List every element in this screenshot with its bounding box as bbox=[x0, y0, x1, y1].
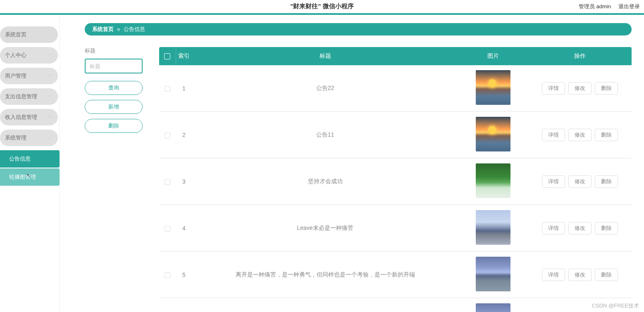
sidebar-item-label: 系统首页 bbox=[5, 31, 26, 38]
table-header-row: 索引 标题 图片 操作 bbox=[159, 47, 632, 65]
cell-title: 坚持才会成功 bbox=[192, 158, 458, 205]
detail-button[interactable]: 详情 bbox=[542, 129, 565, 141]
cell-image bbox=[458, 111, 528, 158]
cell-image bbox=[458, 205, 528, 251]
cell-title bbox=[192, 298, 458, 312]
cell-image bbox=[458, 158, 528, 205]
thumbnail-image[interactable] bbox=[476, 163, 510, 198]
sidebar-item-home[interactable]: 系统首页 bbox=[0, 26, 58, 43]
cell-index: 5 bbox=[176, 251, 192, 298]
row-delete-button[interactable]: 删除 bbox=[595, 269, 618, 281]
edit-button[interactable]: 修改 bbox=[568, 269, 592, 281]
main-layout: 系统首页 个人中心 ﹀ 用户管理 ﹀ 支出信息管理 ﹀ 收入信息管理 ﹀ 系统管… bbox=[0, 15, 644, 312]
table-row: 4Leave未必是一种痛苦详情修改删除 bbox=[159, 205, 632, 251]
edit-button[interactable]: 修改 bbox=[568, 129, 592, 141]
detail-button[interactable]: 详情 bbox=[542, 82, 565, 95]
thumbnail-image[interactable] bbox=[476, 303, 510, 312]
cell-index: 6 bbox=[176, 298, 192, 312]
logout-link[interactable]: 退出登录 bbox=[618, 3, 640, 10]
thumbnail-image[interactable] bbox=[476, 257, 510, 291]
sidebar-item-expense-mgmt[interactable]: 支出信息管理 ﹀ bbox=[0, 88, 58, 105]
table-row: 5离开是一种痛苦，是一种勇气，但同样也是一个考验，是一个新的开端详情修改删除 bbox=[159, 251, 632, 298]
chevron-up-icon: ︿ bbox=[48, 135, 52, 141]
col-image: 图片 bbox=[458, 47, 528, 65]
filter-label: 标题 bbox=[85, 47, 143, 54]
cell-index: 2 bbox=[176, 111, 192, 158]
cursor-icon: ↖ bbox=[26, 173, 31, 178]
add-button[interactable]: 新增 bbox=[85, 100, 143, 114]
table-row: 6详情修改删除 bbox=[159, 298, 632, 312]
row-checkbox[interactable] bbox=[165, 86, 170, 92]
col-checkbox bbox=[159, 47, 176, 65]
search-button[interactable]: 查询 bbox=[85, 81, 143, 95]
chevron-down-icon: ﹀ bbox=[48, 52, 52, 58]
select-all-checkbox[interactable] bbox=[164, 53, 170, 59]
sidebar-item-label: 支出信息管理 bbox=[5, 93, 37, 100]
app-header: "财来财往" 微信小程序 管理员 admin 退出登录 bbox=[0, 0, 644, 13]
cell-image bbox=[458, 251, 528, 298]
cell-ops: 详情修改删除 bbox=[528, 65, 632, 111]
row-delete-button[interactable]: 删除 bbox=[595, 82, 618, 95]
header-right: 管理员 admin 退出登录 bbox=[579, 0, 640, 13]
sidebar-sub-announcement[interactable]: 公告信息 bbox=[0, 150, 60, 168]
chevron-down-icon: ﹀ bbox=[48, 73, 52, 79]
breadcrumb-current: 公告信息 bbox=[124, 26, 145, 33]
sidebar-sub-label: 轮播图管理 bbox=[9, 173, 36, 181]
chevron-down-icon: ﹀ bbox=[48, 114, 52, 120]
content-area: 系统首页 ≡ 公告信息 标题 查询 新增 删除 索引 标题 bbox=[60, 15, 644, 312]
chevron-down-icon: ﹀ bbox=[48, 94, 52, 99]
cell-title: 公告11 bbox=[192, 111, 458, 158]
sidebar-item-label: 系统管理 bbox=[5, 134, 26, 142]
cell-ops: 详情修改删除 bbox=[528, 205, 632, 251]
table-row: 1公告22详情修改删除 bbox=[159, 65, 632, 111]
delete-button[interactable]: 删除 bbox=[85, 119, 143, 133]
cell-index: 4 bbox=[176, 205, 192, 251]
sidebar-item-label: 个人中心 bbox=[5, 52, 26, 59]
cell-image bbox=[458, 65, 528, 111]
row-checkbox[interactable] bbox=[165, 132, 170, 138]
edit-button[interactable]: 修改 bbox=[568, 82, 592, 95]
filter-panel: 标题 查询 新增 删除 bbox=[85, 47, 143, 312]
sidebar-item-system-mgmt[interactable]: 系统管理 ︿ bbox=[0, 130, 58, 146]
edit-button[interactable]: 修改 bbox=[568, 175, 592, 188]
sidebar-item-income-mgmt[interactable]: 收入信息管理 ﹀ bbox=[0, 109, 58, 125]
sidebar-item-label: 收入信息管理 bbox=[5, 113, 37, 121]
sidebar-sub-carousel[interactable]: 轮播图管理 ↖ bbox=[0, 168, 60, 186]
cell-image bbox=[458, 298, 528, 312]
thumbnail-image[interactable] bbox=[476, 70, 510, 105]
col-ops: 操作 bbox=[528, 47, 632, 65]
row-checkbox[interactable] bbox=[165, 226, 170, 232]
cell-index: 1 bbox=[176, 65, 192, 111]
cell-title: 离开是一种痛苦，是一种勇气，但同样也是一个考验，是一个新的开端 bbox=[192, 251, 458, 298]
table-row: 3坚持才会成功详情修改删除 bbox=[159, 158, 632, 205]
sidebar: 系统首页 个人中心 ﹀ 用户管理 ﹀ 支出信息管理 ﹀ 收入信息管理 ﹀ 系统管… bbox=[0, 15, 60, 312]
detail-button[interactable]: 详情 bbox=[542, 175, 565, 188]
breadcrumb-home[interactable]: 系统首页 bbox=[92, 26, 114, 33]
row-checkbox[interactable] bbox=[165, 272, 170, 278]
detail-button[interactable]: 详情 bbox=[542, 222, 565, 234]
admin-label[interactable]: 管理员 admin bbox=[579, 3, 611, 10]
app-title: "财来财往" 微信小程序 bbox=[290, 2, 353, 10]
thumbnail-image[interactable] bbox=[476, 210, 510, 245]
cell-title: 公告22 bbox=[192, 65, 458, 111]
thumbnail-image[interactable] bbox=[476, 117, 510, 151]
title-search-input[interactable] bbox=[85, 59, 143, 73]
row-delete-button[interactable]: 删除 bbox=[595, 222, 618, 234]
sidebar-item-user-mgmt[interactable]: 用户管理 ﹀ bbox=[0, 68, 58, 84]
cell-ops: 详情修改删除 bbox=[528, 251, 632, 298]
breadcrumb-separator-icon: ≡ bbox=[117, 26, 120, 33]
row-delete-button[interactable]: 删除 bbox=[595, 129, 618, 141]
breadcrumb: 系统首页 ≡ 公告信息 bbox=[85, 23, 632, 35]
detail-button[interactable]: 详情 bbox=[542, 269, 565, 281]
cell-title: Leave未必是一种痛苦 bbox=[192, 205, 458, 251]
col-index: 索引 bbox=[176, 47, 192, 65]
sidebar-item-profile[interactable]: 个人中心 ﹀ bbox=[0, 47, 58, 64]
cell-ops: 详情修改删除 bbox=[528, 158, 632, 205]
col-title: 标题 bbox=[192, 47, 458, 65]
sidebar-item-label: 用户管理 bbox=[5, 72, 26, 80]
cell-ops: 详情修改删除 bbox=[528, 111, 632, 158]
edit-button[interactable]: 修改 bbox=[568, 222, 592, 234]
row-delete-button[interactable]: 删除 bbox=[595, 175, 618, 188]
watermark: CSDN @FREE技术 bbox=[592, 302, 639, 310]
row-checkbox[interactable] bbox=[165, 179, 170, 185]
